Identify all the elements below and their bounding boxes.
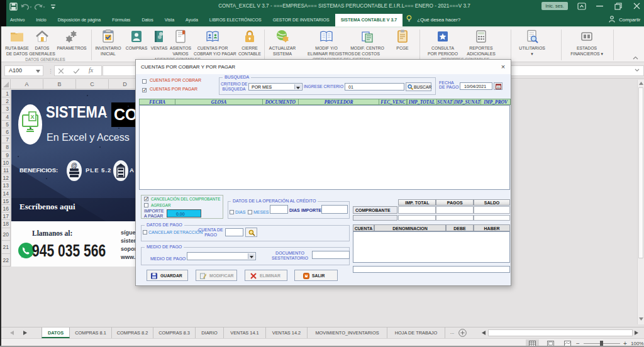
pay-cell-r1c1[interactable] bbox=[436, 206, 474, 214]
row-header-8[interactable]: 8 bbox=[2, 143, 11, 151]
detraccion-checkbox[interactable] bbox=[143, 230, 147, 234]
row-header-14[interactable]: 14 bbox=[2, 190, 11, 197]
new-sheet-button[interactable] bbox=[458, 329, 467, 337]
scroll-down-icon[interactable] bbox=[639, 317, 643, 321]
agregar-checkbox[interactable] bbox=[144, 203, 148, 207]
menu-tab-archivo[interactable]: Archivo bbox=[4, 14, 30, 26]
list-column-glosa[interactable]: GLOSA bbox=[175, 99, 262, 105]
dialog-title-bar[interactable]: CUENTAS POR COBRAR Y POR PAGAR bbox=[136, 60, 511, 74]
row-header-10[interactable]: 10 bbox=[2, 159, 11, 167]
importe-a-pagar-input[interactable]: 0.00 bbox=[167, 209, 201, 218]
restore-icon[interactable] bbox=[614, 3, 622, 10]
pay-cell-r2c0[interactable] bbox=[398, 215, 436, 221]
undo-icon[interactable] bbox=[21, 3, 32, 11]
criterio-combobox-arrow-icon[interactable] bbox=[294, 84, 301, 89]
column-header-b[interactable]: B bbox=[43, 79, 76, 89]
list-column-imp_total[interactable]: IMP_TOTAL bbox=[407, 99, 437, 105]
row-header-11[interactable]: 11 bbox=[2, 167, 11, 174]
row-header-21[interactable]: 21 bbox=[2, 241, 11, 254]
ribbon-button-modif-y-o[interactable]: MODIF Y/OELIMINAR REGISTROS bbox=[308, 29, 345, 57]
row-header-18[interactable]: 18 bbox=[2, 220, 11, 228]
row-header-17[interactable]: 17 bbox=[2, 212, 11, 220]
ribbon-button-reportes[interactable]: REPORTESADICIONALES bbox=[462, 29, 500, 57]
sheet-tab-ventas-14-2[interactable]: VENTAS 14.2 bbox=[266, 328, 308, 338]
buscar-button[interactable]: BUSCAR bbox=[406, 82, 431, 91]
close-window-icon[interactable] bbox=[633, 3, 640, 9]
formula-enter-icon[interactable] bbox=[74, 69, 79, 74]
sheet-tab-compras-8-2[interactable]: COMPRAS 8.2 bbox=[112, 328, 153, 338]
row-header-4[interactable]: 4 bbox=[2, 113, 11, 121]
sheet-tab-datos[interactable]: DATOS bbox=[42, 328, 70, 338]
customize-qat-icon[interactable] bbox=[50, 3, 56, 11]
row-header-3[interactable]: 3 bbox=[2, 105, 11, 113]
more-sheets-ellipsis[interactable]: ... bbox=[448, 328, 457, 338]
list-column-proveedor[interactable]: PROVEEDOR bbox=[298, 99, 379, 105]
menu-tab-ayuda[interactable]: Ayuda bbox=[180, 14, 204, 26]
formula-cancel-icon[interactable] bbox=[58, 69, 64, 74]
minimize-icon[interactable] bbox=[596, 6, 603, 7]
dialog-bottom-textbox[interactable] bbox=[353, 266, 510, 273]
collapse-ribbon-icon[interactable] bbox=[633, 56, 638, 60]
fecha-pago-input[interactable]: 10/04/2021 bbox=[460, 82, 492, 90]
column-header-c[interactable]: C bbox=[76, 79, 109, 89]
row-header-9[interactable]: 9 bbox=[2, 151, 11, 159]
account-list[interactable] bbox=[353, 231, 510, 263]
sign-in-button[interactable]: Inic. ses. bbox=[541, 2, 568, 10]
ribbon-button-pcge[interactable]: PCGE bbox=[384, 29, 421, 51]
meses-checkbox[interactable] bbox=[248, 210, 252, 214]
vertical-scroll-thumb[interactable] bbox=[638, 87, 643, 258]
list-column-fec_venc[interactable]: FEC_VENC bbox=[379, 99, 407, 105]
hscroll-right-icon[interactable] bbox=[635, 331, 638, 335]
menu-tab-gestor-de-inventarios[interactable]: GESTOR DE INVENTARIOS bbox=[267, 14, 335, 26]
list-column-imp_prov[interactable]: IMP_PROV bbox=[480, 99, 511, 105]
importe-credito-input[interactable] bbox=[321, 205, 348, 214]
calendar-button[interactable] bbox=[494, 82, 502, 90]
row-header-16[interactable]: 16 bbox=[2, 205, 11, 212]
ribbon-button-modif-centro[interactable]: MODIF. CENTRODE COSTOS bbox=[348, 29, 386, 57]
eliminar-button[interactable]: ELIMINAR bbox=[245, 270, 287, 281]
tell-me-search[interactable]: ¿Qué desea hacer? bbox=[406, 14, 460, 26]
horizontal-scrollbar[interactable] bbox=[488, 329, 633, 336]
menu-tab-libros-electr-nicos[interactable]: LIBROS ELECTRÓNICOS bbox=[204, 14, 267, 26]
criterio-combobox[interactable]: POR MES bbox=[248, 83, 303, 91]
cuenta-pago-search-button[interactable] bbox=[245, 228, 257, 237]
expand-formula-bar-icon[interactable] bbox=[635, 69, 640, 72]
dias-checkbox[interactable] bbox=[230, 210, 234, 214]
ribbon-display-options-icon[interactable] bbox=[577, 3, 586, 10]
redo-icon[interactable] bbox=[34, 3, 45, 11]
cuenta-pago-input[interactable] bbox=[225, 228, 243, 236]
criterio-input[interactable]: 01 bbox=[345, 83, 404, 91]
save-quick-icon[interactable] bbox=[9, 3, 18, 11]
sheet-tab-compras-8-3[interactable]: COMPRAS 8.3 bbox=[153, 328, 196, 338]
medio-pago-combobox[interactable] bbox=[187, 252, 256, 260]
ribbon-button-estados[interactable]: ESTADOSFINANCIEROS ▾ bbox=[568, 29, 606, 57]
menu-tab-vista[interactable]: Vista bbox=[159, 14, 180, 26]
pay-cell-r2c1[interactable] bbox=[436, 215, 474, 221]
modificar-button[interactable]: MODIFICAR bbox=[196, 270, 237, 281]
pay-cell-r2c2[interactable] bbox=[474, 215, 510, 221]
menu-tab-f-rmulas[interactable]: Fórmulas bbox=[106, 14, 136, 26]
tab-scroll-right-icon[interactable] bbox=[23, 331, 27, 335]
row-header-22[interactable]: 22 bbox=[2, 254, 11, 267]
pay-cell-r1c2[interactable] bbox=[474, 206, 510, 214]
menu-tab-inicio[interactable]: Inicio bbox=[30, 14, 52, 26]
ribbon-button-actualizar[interactable]: ACTUALIZARSISTEMA bbox=[264, 29, 301, 57]
hscroll-left-icon[interactable] bbox=[482, 331, 486, 335]
sheet-tab-movimiento-inventarios[interactable]: MOVIMIENTO_INVENTARIOS bbox=[308, 328, 387, 338]
row-header-12[interactable]: 12 bbox=[2, 174, 11, 182]
menu-tab-disposici-n-de-p-gina[interactable]: Disposición de página bbox=[52, 14, 107, 26]
menu-tab-sistema-contable-v-3-7[interactable]: SISTEMA CONTABLE V 3.7 bbox=[335, 14, 402, 26]
list-column-sunat[interactable]: SUNAT bbox=[436, 99, 454, 105]
list-column-fecha[interactable]: FECHA bbox=[139, 99, 175, 105]
dias-input[interactable] bbox=[270, 205, 288, 214]
ribbon-button-cuentas-por[interactable]: CUENTAS PORCOBRAR Y/O PAGAR bbox=[194, 29, 231, 57]
list-column-imp_sunat[interactable]: IMP_SUNAT bbox=[453, 99, 481, 105]
list-column-documento[interactable]: DOCUMENTO bbox=[262, 99, 299, 105]
ribbon-button-parametros[interactable]: PARAMETROS bbox=[53, 29, 91, 51]
dialog-close-button[interactable]: × bbox=[499, 63, 507, 70]
sheet-tab-diario[interactable]: DIARIO bbox=[196, 328, 224, 338]
salir-button[interactable]: SALIR bbox=[294, 270, 338, 281]
medio-pago-combobox-arrow-icon[interactable] bbox=[248, 253, 255, 259]
cuentas-por-cobrar-checkbox[interactable] bbox=[142, 79, 147, 84]
row-header-1[interactable]: 1 bbox=[2, 90, 11, 97]
